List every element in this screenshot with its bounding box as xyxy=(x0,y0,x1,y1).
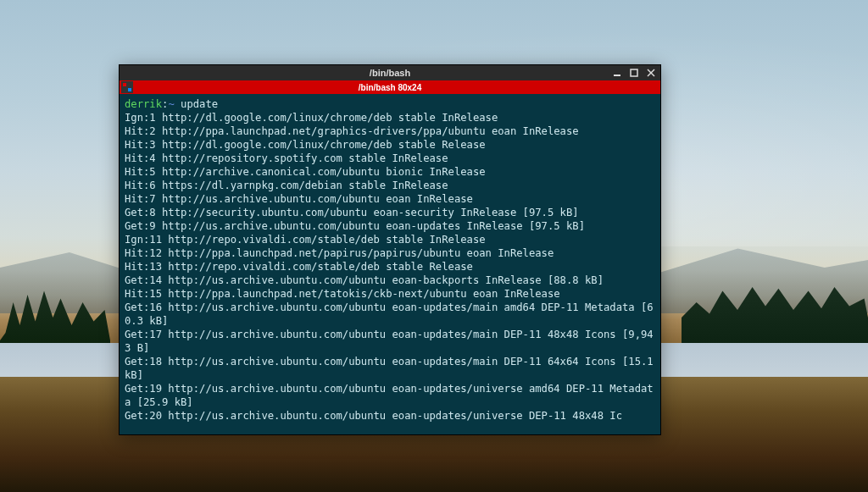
prompt-command: update xyxy=(181,98,218,110)
maximize-button[interactable] xyxy=(628,67,640,79)
window-controls xyxy=(611,65,657,80)
close-button[interactable] xyxy=(645,67,657,79)
prompt-user: derrik xyxy=(125,98,162,110)
svg-rect-1 xyxy=(631,69,637,76)
prompt-path: ~ xyxy=(168,98,174,110)
terminal-lines: Ign:1 http://dl.google.com/linux/chrome/… xyxy=(125,112,659,422)
window-titlebar[interactable]: /bin/bash xyxy=(120,65,660,80)
terminal-tab-title: /bin/bash 80x24 xyxy=(359,83,421,92)
prompt-symbol xyxy=(175,98,181,110)
window-title: /bin/bash xyxy=(370,68,410,78)
svg-rect-6 xyxy=(128,88,131,91)
terminal-output[interactable]: derrik:~ update Ign:1 http://dl.google.c… xyxy=(120,94,660,434)
svg-rect-5 xyxy=(123,83,126,86)
terminal-app-icon xyxy=(121,81,133,93)
minimize-button[interactable] xyxy=(611,67,623,79)
terminal-tab-bar[interactable]: /bin/bash 80x24 xyxy=(120,80,660,94)
terminal-window[interactable]: /bin/bash /bin/bash 80x24 derrik:~ updat… xyxy=(119,64,661,435)
